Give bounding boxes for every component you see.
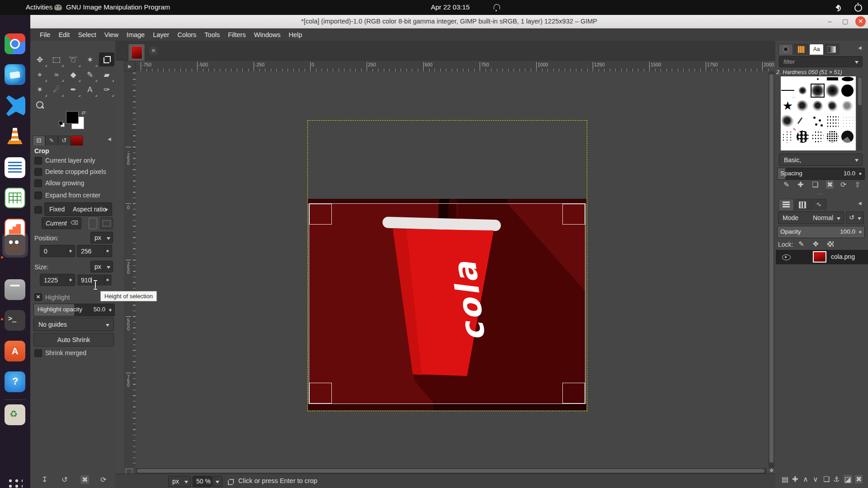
menu-file[interactable]: File <box>36 29 54 40</box>
brush-swatch-soft-chalk[interactable] <box>840 99 854 113</box>
highlight-checkbox[interactable]: ✕ <box>34 293 42 301</box>
menu-view[interactable]: View <box>100 29 123 40</box>
anchor-layer-button[interactable]: ⚓ <box>833 475 840 483</box>
airbrush-tool[interactable]: ✴ <box>32 83 47 97</box>
brushes-collapse-icon[interactable]: ◀ <box>858 45 862 50</box>
position-y-field[interactable]: 256 <box>77 245 112 257</box>
new-layer-group-button[interactable]: ✚ <box>792 475 798 483</box>
allow-growing-label[interactable]: Allow growing <box>45 179 84 187</box>
tab-undo-history[interactable]: ↺ <box>58 136 71 145</box>
brush-swatch-cells[interactable] <box>796 130 810 144</box>
brush-swatch-vine[interactable] <box>781 130 795 144</box>
color-picker-tool[interactable]: ✑ <box>99 83 114 97</box>
position-unit-combo[interactable]: px <box>90 232 113 244</box>
layer-visibility-eye-icon[interactable] <box>782 254 791 260</box>
current-layer-only-checkbox[interactable] <box>34 157 42 164</box>
menu-tools[interactable]: Tools <box>200 29 224 40</box>
close-image-tab-button[interactable]: ✕ <box>149 47 158 55</box>
layer-thumbnail[interactable] <box>813 251 826 263</box>
brush-swatch-hardness-100[interactable] <box>840 84 854 98</box>
duplicate-layer-button[interactable]: ❏ <box>823 475 830 483</box>
current-layer-only-label[interactable]: Current layer only <box>45 157 95 164</box>
menu-select[interactable]: Select <box>74 29 100 40</box>
brush-grid-scrollbar[interactable] <box>857 76 862 150</box>
shrink-merged-label[interactable]: Shrink merged <box>45 349 86 357</box>
menu-layer[interactable]: Layer <box>149 29 173 40</box>
zoom-tool[interactable] <box>32 98 47 112</box>
mode-switch-button[interactable]: ↺ <box>846 211 864 224</box>
brush-swatch-hardness-050-selected[interactable] <box>811 84 825 98</box>
dock-item-thunderbird[interactable] <box>5 64 25 85</box>
crop-handle-bottom-left[interactable] <box>309 383 332 404</box>
position-y-spinner[interactable] <box>104 246 111 256</box>
brush-swatch-smear[interactable] <box>796 114 810 128</box>
menu-colors[interactable]: Colors <box>173 29 200 40</box>
dock-item-vscode[interactable] <box>5 95 25 116</box>
tab-channels[interactable] <box>795 199 810 210</box>
volume-icon[interactable] <box>835 5 839 10</box>
panel-grip[interactable]: ⋯ <box>817 191 823 197</box>
fixed-checkbox[interactable] <box>34 206 42 214</box>
layer-name[interactable]: cola.png <box>831 253 855 260</box>
zoom-value-field[interactable]: 50 % <box>193 476 212 487</box>
brush-grid-scrollbar-thumb[interactable] <box>858 77 862 105</box>
open-brush-as-image-button[interactable]: ⇧ <box>854 180 860 189</box>
show-applications-button[interactable] <box>5 474 25 488</box>
dock-item-gimp[interactable] <box>5 235 25 255</box>
fuzzy-select-tool[interactable]: ✶ <box>82 53 98 67</box>
lower-layer-button[interactable]: ∨ <box>813 475 818 483</box>
crop-handle-top-right[interactable] <box>562 204 585 225</box>
crop-handle-top-left[interactable] <box>309 204 332 225</box>
duplicate-brush-button[interactable]: ❏ <box>812 180 818 189</box>
brush-swatch-chalk[interactable] <box>796 99 810 113</box>
brush-swatch[interactable] <box>811 76 825 82</box>
size-unit-combo[interactable]: px <box>90 261 113 272</box>
crop-handle-bottom-right[interactable] <box>562 383 585 404</box>
swap-colors-icon[interactable]: ⇄ <box>81 110 85 116</box>
portrait-orientation-button[interactable] <box>89 218 97 229</box>
brush-swatch-fine-dots[interactable] <box>840 114 854 128</box>
lock-alpha-icon[interactable] <box>827 241 834 247</box>
tab-patterns[interactable] <box>794 44 808 55</box>
default-colors-icon-fg[interactable] <box>59 121 63 125</box>
merge-layer-button[interactable]: ◪ <box>844 475 852 483</box>
position-x-spinner[interactable] <box>67 246 74 256</box>
tab-tool-options[interactable]: ⊡ <box>33 136 45 145</box>
size-height-spinner[interactable] <box>104 275 111 285</box>
position-x-field[interactable]: 0 <box>40 245 75 257</box>
ruler-origin-button[interactable]: ▶ <box>124 61 136 71</box>
brush-swatch-chalk[interactable] <box>811 99 825 113</box>
brush-swatch-hardness-025[interactable] <box>796 84 810 98</box>
tab-gradients[interactable] <box>825 44 839 55</box>
smudge-tool[interactable]: ☄ <box>49 83 64 97</box>
brush-swatch-star[interactable]: ★ <box>781 99 795 113</box>
canvas-viewport[interactable]: cola <box>136 71 769 468</box>
layers-collapse-icon[interactable]: ◀ <box>858 201 862 206</box>
crop-tool[interactable] <box>99 52 114 66</box>
allow-growing-checkbox[interactable] <box>34 179 42 187</box>
brush-swatch-texture[interactable] <box>811 130 825 144</box>
rectangle-select-tool[interactable] <box>49 53 64 67</box>
layer-row[interactable]: cola.png <box>776 250 868 264</box>
reset-tool-options-button[interactable]: ⟳ <box>100 475 106 484</box>
new-layer-button[interactable]: ▤ <box>782 475 788 483</box>
expand-from-center-label[interactable]: Expand from center <box>45 192 100 199</box>
brush-swatch[interactable] <box>796 76 810 82</box>
edit-brush-button[interactable]: ✎ <box>783 180 789 189</box>
h-scrollbar-thumb[interactable] <box>137 469 764 473</box>
brush-swatch-hardness-075[interactable] <box>826 84 840 98</box>
layer-mode-combo[interactable]: Mode Normal <box>778 211 844 224</box>
opacity-spinner[interactable] <box>857 227 863 237</box>
dock-item-chrome[interactable] <box>5 33 25 54</box>
h-scrollbar[interactable] <box>136 468 766 474</box>
tab-layers[interactable] <box>778 199 794 210</box>
v-scrollbar-thumb[interactable] <box>769 74 774 463</box>
brush-filter-input[interactable]: filter <box>779 56 863 67</box>
move-tool[interactable]: ✥ <box>32 53 47 67</box>
highlight-opacity-slider[interactable]: Highlight opacity 50.0 <box>33 304 115 316</box>
navigation-button[interactable]: ✥ <box>768 468 775 474</box>
brush-grid[interactable]: ⋯ ★ ◣ <box>781 76 856 150</box>
tab-fonts[interactable]: Aa <box>809 44 824 55</box>
tab-device-status[interactable]: ✎ <box>45 136 58 145</box>
clock[interactable]: Apr 22 03:15 <box>431 3 470 11</box>
